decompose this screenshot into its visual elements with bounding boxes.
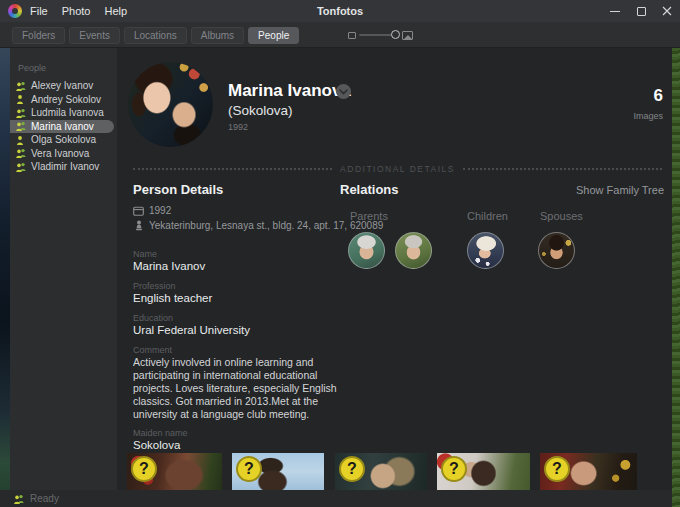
two-person-icon [15, 162, 27, 172]
status-bar: Ready [0, 490, 672, 507]
unrecognized-face-badge[interactable]: ? [339, 456, 365, 482]
sidebar-item-alexey-ivanov[interactable]: Alexey Ivanov [10, 79, 117, 93]
field-label-maiden-name: Maiden name [133, 428, 357, 438]
birth-year-value: 1992 [149, 205, 171, 216]
maximize-button[interactable] [628, 0, 654, 22]
toolbar: Folders Events Locations Albums People [0, 22, 680, 48]
single-person-icon [15, 135, 27, 145]
sidebar-item-vladimir-ivanov[interactable]: Vladimir Ivanov [10, 160, 117, 174]
sidebar-item-olga-sokolova[interactable]: Olga Sokolova [10, 133, 117, 147]
field-value-name: Marina Ivanov [133, 260, 357, 272]
field-value-maiden-name: Sokolova [133, 439, 357, 451]
dotted-line [463, 168, 662, 170]
calendar-icon [133, 206, 144, 216]
person-name: Alexey Ivanov [31, 80, 93, 91]
person-name: Andrey Sokolov [31, 94, 101, 105]
relations-group-children-label: Children [467, 210, 508, 222]
person-name: Olga Sokolova [31, 134, 96, 145]
person-name: Vladimir Ivanov [31, 161, 99, 172]
desktop-wallpaper-left [0, 48, 10, 490]
close-button[interactable] [654, 0, 680, 22]
sidebar-item-ludmila-ivanova[interactable]: Ludmila Ivanova [10, 106, 117, 120]
maximize-icon [637, 7, 646, 16]
menu-help[interactable]: Help [104, 5, 127, 17]
tab-folders[interactable]: Folders [12, 27, 65, 44]
menu-photo[interactable]: Photo [62, 5, 91, 17]
address-row: Yekaterinburg, Lesnaya st., bldg. 24, ap… [133, 220, 383, 231]
birth-year-row: 1992 [133, 205, 171, 216]
minimize-icon [610, 11, 620, 12]
profile-name: Marina Ivanova [228, 81, 351, 101]
photo-thumbnail[interactable]: ? [540, 453, 637, 490]
map-pin-icon [133, 220, 144, 231]
desktop-wallpaper-right [672, 48, 680, 507]
small-image-icon [348, 32, 356, 39]
person-detail-panel: Marina Ivanova (Sokolova) 1992 6 Images … [117, 48, 672, 490]
person-details-heading: Person Details [133, 182, 223, 197]
view-tabs: Folders Events Locations Albums People [12, 27, 299, 44]
relations-heading: Relations [340, 182, 399, 197]
window-controls [602, 0, 680, 22]
app-window: File Photo Help Tonfotos Folders Events … [0, 0, 680, 507]
separator-label: ADDITIONAL DETAILS [340, 164, 455, 174]
profile-birth-year: 1992 [228, 122, 248, 132]
menu-bar: File Photo Help [30, 5, 127, 17]
sidebar-item-vera-ivanova[interactable]: Vera Ivanova [10, 147, 117, 161]
two-person-icon [15, 81, 27, 91]
zoom-slider-track[interactable] [359, 34, 399, 36]
menu-file[interactable]: File [30, 5, 48, 17]
field-label-education: Education [133, 313, 357, 323]
minimize-button[interactable] [602, 0, 628, 22]
person-name: Marina Ivanov [31, 121, 94, 132]
two-person-icon [15, 121, 27, 131]
dotted-line [133, 168, 332, 170]
person-fields: Name Marina Ivanov Profession English te… [133, 249, 357, 460]
two-person-icon [15, 148, 27, 158]
sidebar-section-label: People [18, 63, 117, 73]
tab-albums[interactable]: Albums [191, 27, 244, 44]
photo-thumbnail[interactable]: ? [127, 453, 222, 490]
show-family-tree-link[interactable]: Show Family Tree [576, 184, 664, 196]
relation-avatar-spouse[interactable] [538, 232, 575, 269]
photo-thumbnail[interactable]: ? [335, 453, 427, 490]
photo-thumbnail[interactable]: ? [437, 453, 530, 490]
tab-people[interactable]: People [248, 27, 299, 44]
tab-locations[interactable]: Locations [124, 27, 187, 44]
single-person-icon [15, 94, 27, 104]
image-count-label: Images [633, 111, 663, 121]
relation-avatar-child[interactable] [467, 232, 504, 269]
field-value-comment: Actively involved in online learning and… [133, 356, 357, 421]
image-count: 6 [654, 86, 663, 106]
unrecognized-face-badge[interactable]: ? [131, 456, 157, 482]
status-text: Ready [30, 493, 59, 504]
field-label-comment: Comment [133, 345, 357, 355]
address-value: Yekaterinburg, Lesnaya st., bldg. 24, ap… [149, 220, 383, 231]
thumbnail-zoom-slider[interactable] [348, 29, 413, 41]
field-label-name: Name [133, 249, 357, 259]
chevron-down-icon [339, 89, 348, 95]
additional-details-separator: ADDITIONAL DETAILS [133, 164, 662, 174]
person-name: Ludmila Ivanova [31, 107, 104, 118]
profile-maiden-name: (Sokolova) [228, 103, 293, 118]
profile-photo[interactable] [128, 62, 213, 147]
sidebar-item-andrey-sokolov[interactable]: Andrey Sokolov [10, 93, 117, 107]
close-icon [662, 6, 672, 16]
relations-group-parents-label: Parents [350, 210, 388, 222]
people-sidebar: People Alexey Ivanov Andrey Sokolov Ludm… [10, 48, 117, 490]
relations-group-spouses-label: Spouses [540, 210, 583, 222]
large-image-icon [402, 31, 413, 40]
relation-avatar-father[interactable] [348, 232, 385, 269]
unrecognized-face-badge[interactable]: ? [544, 456, 570, 482]
two-person-icon [13, 494, 25, 504]
tab-events[interactable]: Events [69, 27, 120, 44]
app-logo-icon [8, 4, 22, 18]
title-bar: File Photo Help Tonfotos [0, 0, 680, 22]
unrecognized-face-badge[interactable]: ? [236, 456, 262, 482]
name-menu-button[interactable] [336, 84, 351, 99]
sidebar-item-marina-ivanov[interactable]: Marina Ivanov [10, 120, 114, 134]
field-label-profession: Profession [133, 281, 357, 291]
zoom-slider-knob[interactable] [391, 30, 400, 39]
unrecognized-face-badge[interactable]: ? [441, 456, 467, 482]
relation-avatar-mother[interactable] [395, 232, 432, 269]
photo-thumbnail[interactable]: ? [232, 453, 324, 490]
